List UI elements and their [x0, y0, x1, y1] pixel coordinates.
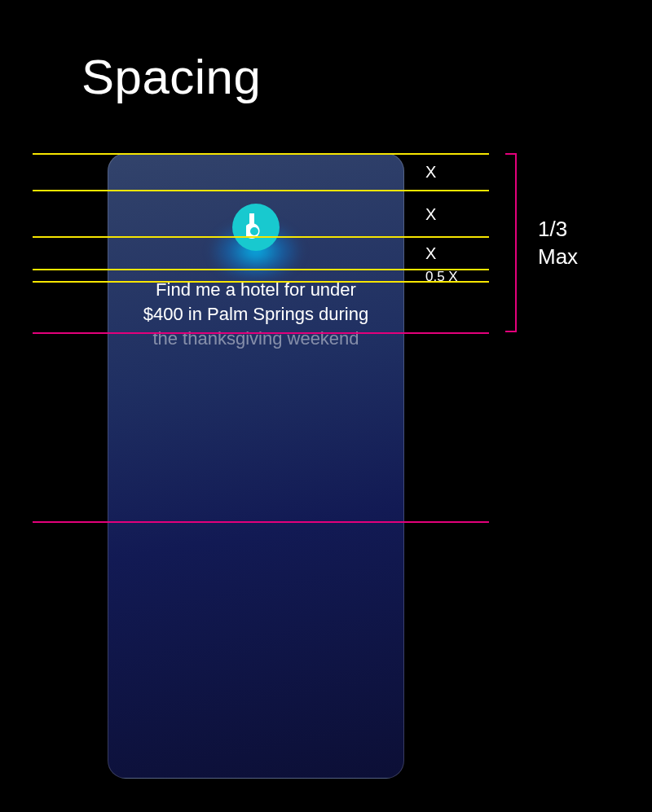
bracket-one-third: [505, 153, 517, 332]
bixby-logo-wrap: [230, 201, 282, 253]
spacing-label-halfx: 0.5 X: [425, 269, 458, 285]
speech-line-2: $400 in Palm Springs during: [128, 302, 384, 327]
spec-slide: Spacing Find me a hotel for under $400 i…: [0, 0, 652, 812]
guide-yellow-3: [33, 236, 489, 238]
bixby-logo-disc: [232, 204, 280, 251]
phone-frame: Find me a hotel for under $400 in Palm S…: [108, 153, 404, 779]
guide-yellow-4: [33, 269, 489, 270]
bracket-label-line2: Max: [538, 243, 578, 270]
spacing-label-x1: X: [425, 163, 436, 182]
page-title: Spacing: [82, 49, 261, 105]
guide-magenta-2: [33, 521, 489, 523]
guide-yellow-1: [33, 153, 489, 155]
spacing-label-x2: X: [425, 205, 436, 224]
guide-yellow-2: [33, 190, 489, 191]
speech-line-3: the thanksgiving weekend: [128, 327, 384, 351]
bracket-label: 1/3 Max: [538, 215, 578, 270]
guide-magenta-1: [33, 332, 489, 334]
bracket-label-line1: 1/3: [538, 215, 578, 243]
transcription-text: Find me a hotel for under $400 in Palm S…: [108, 278, 403, 351]
guide-yellow-5: [33, 281, 489, 283]
spacing-label-x3: X: [425, 244, 436, 263]
